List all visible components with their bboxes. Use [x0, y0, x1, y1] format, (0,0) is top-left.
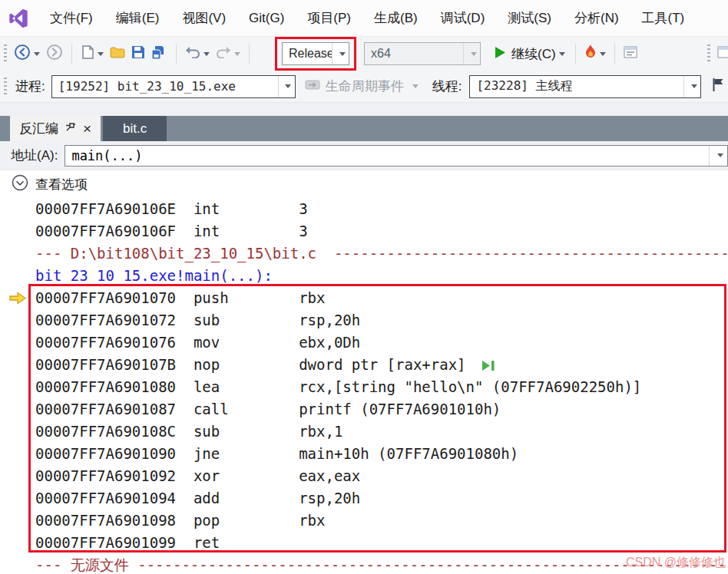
asm-text: --- D:\bit108\bit_23_10_15\bit.c -------… — [35, 245, 728, 262]
asm-line[interactable]: 00007FF7A6901070 push rbx — [0, 287, 728, 309]
flag-threads-button[interactable] — [709, 75, 727, 97]
asm-text: 00007FF7A6901072 sub rsp,20h — [35, 312, 360, 328]
address-dropdown-button[interactable] — [709, 146, 727, 166]
release-combo-annotation: Release — [275, 37, 356, 71]
asm-text: 00007FF7A6901076 mov ebx,0Dh — [35, 334, 360, 351]
tab-bit-c[interactable]: bit.c — [103, 116, 167, 141]
asm-line[interactable]: bit_23_10_15.exe!main(...): — [0, 265, 728, 287]
toolbar-grip[interactable] — [707, 45, 710, 63]
asm-text: 00007FF7A6901090 jne main+10h (07FF7A690… — [35, 445, 518, 462]
asm-line[interactable]: 00007FF7A690106F int 3 — [0, 220, 728, 242]
address-bar: 地址(A): main(...) — [0, 141, 728, 170]
redo-icon — [216, 46, 231, 61]
breakpoints-window-button[interactable] — [620, 44, 640, 64]
menu-bar: 文件(F) 编辑(E) 视图(V) Git(G) 项目(P) 生成(B) 调试(… — [0, 0, 728, 37]
asm-line[interactable]: 00007FF7A690106E int 3 — [0, 198, 728, 220]
menu-item-debug[interactable]: 调试(D) — [429, 5, 497, 31]
tab-bit-c-label: bit.c — [123, 121, 147, 137]
instruction-pointer-icon — [9, 292, 26, 305]
save-button[interactable] — [128, 43, 148, 64]
lifecycle-events-icon — [305, 78, 320, 95]
debug-location-toolbar: 进程: [19252] bit_23_10_15.exe 生命周期事件 线程: … — [0, 71, 728, 103]
menu-item-git[interactable]: Git(G) — [237, 7, 296, 30]
thread-dropdown-button[interactable] — [683, 76, 700, 97]
asm-text: 00007FF7A690106F int 3 — [35, 223, 308, 239]
lifecycle-events-label: 生命周期事件 — [326, 78, 404, 95]
chevron-down-circle-icon[interactable] — [12, 174, 28, 194]
asm-line[interactable]: 00007FF7A6901076 mov ebx,0Dh — [0, 332, 728, 354]
solution-configuration-combo[interactable]: Release — [282, 42, 349, 65]
menu-item-analyze[interactable]: 分析(N) — [563, 5, 630, 31]
asm-line[interactable]: 00007FF7A6901090 jne main+10h (07FF7A690… — [0, 443, 728, 465]
menu-item-build[interactable]: 生成(B) — [362, 5, 429, 31]
toolbar-grip[interactable] — [4, 78, 7, 96]
disassembly-view[interactable]: 00007FF7A690106E int 300007FF7A690106F i… — [0, 198, 728, 574]
asm-text: 00007FF7A6901080 lea rcx,[string "hello\… — [35, 378, 641, 395]
address-input[interactable]: main(...) — [65, 145, 728, 167]
asm-text: 00007FF7A6901092 xor eax,eax — [35, 467, 360, 484]
process-label: 进程: — [15, 78, 45, 95]
save-all-button[interactable] — [148, 43, 170, 65]
menu-item-file[interactable]: 文件(F) — [38, 5, 104, 31]
forward-icon — [46, 44, 63, 64]
open-folder-button[interactable] — [107, 44, 128, 64]
thread-combo[interactable]: [23228] 主线程 — [469, 75, 701, 98]
process-dropdown-button[interactable] — [278, 76, 295, 97]
new-file-button[interactable] — [78, 43, 107, 64]
process-value: [19252] bit_23_10_15.exe — [52, 79, 278, 94]
close-icon[interactable]: × — [83, 121, 91, 136]
address-value: main(...) — [71, 148, 142, 163]
hot-reload-button[interactable] — [581, 42, 609, 65]
asm-line[interactable]: 00007FF7A6901092 xor eax,eax — [0, 465, 728, 487]
asm-text: --- 无源文件 -------------------------------… — [35, 556, 728, 573]
configuration-dropdown-button[interactable] — [332, 43, 349, 64]
platform-dropdown-button[interactable] — [463, 43, 480, 64]
menu-item-view[interactable]: 视图(V) — [170, 5, 237, 31]
run-to-click-icon[interactable] — [481, 360, 497, 371]
asm-line[interactable]: 00007FF7A6901072 sub rsp,20h — [0, 309, 728, 332]
thread-label: 线程: — [432, 78, 462, 95]
undo-icon — [185, 46, 200, 61]
navigate-back-button[interactable] — [11, 41, 43, 66]
asm-text: bit_23_10_15.exe!main(...): — [35, 267, 273, 284]
menu-item-test[interactable]: 测试(S) — [496, 5, 563, 31]
navigate-forward-button[interactable] — [43, 41, 66, 66]
solution-platform-combo[interactable]: x64 — [364, 42, 481, 65]
visual-studio-logo-icon — [8, 8, 29, 29]
new-file-icon — [81, 45, 94, 62]
toolbar-separator — [575, 44, 576, 64]
asm-text: 00007FF7A6901070 push rbx — [35, 289, 326, 306]
play-icon — [495, 46, 506, 62]
toolbar-separator — [249, 44, 250, 64]
asm-line[interactable]: 00007FF7A690107B nop dword ptr [rax+rax] — [0, 354, 728, 376]
document-tab-strip: 反汇编 × bit.c — [0, 116, 728, 141]
disassembly-lines: 00007FF7A690106E int 300007FF7A690106F i… — [0, 198, 728, 574]
asm-line[interactable]: --- D:\bit108\bit_23_10_15\bit.c -------… — [0, 242, 728, 265]
redo-button[interactable] — [213, 44, 243, 64]
menu-item-tools[interactable]: 工具(T) — [630, 5, 697, 31]
continue-button[interactable]: 继续(C) — [490, 43, 570, 65]
window-list-icon — [624, 46, 637, 61]
address-label: 地址(A): — [11, 147, 58, 164]
toolbar-grip[interactable] — [4, 45, 7, 63]
asm-line[interactable]: 00007FF7A6901098 pop rbx — [0, 510, 728, 532]
menu-item-project[interactable]: 项目(P) — [296, 5, 362, 31]
tab-disassembly[interactable]: 反汇编 × — [10, 116, 101, 141]
asm-line[interactable]: 00007FF7A6901087 call printf (07FF7A6901… — [0, 398, 728, 421]
asm-text: 00007FF7A6901099 ret — [35, 534, 220, 551]
undo-button[interactable] — [182, 44, 213, 64]
asm-text: 00007FF7A6901087 call printf (07FF7A6901… — [35, 401, 501, 417]
pin-icon[interactable] — [65, 121, 76, 137]
clipped-toolbar-button[interactable] — [714, 43, 728, 64]
asm-line[interactable]: 00007FF7A6901080 lea rcx,[string "hello\… — [0, 376, 728, 398]
toolbar-separator — [614, 44, 615, 64]
asm-line[interactable]: --- 无源文件 -------------------------------… — [0, 554, 728, 574]
process-combo[interactable]: [19252] bit_23_10_15.exe — [51, 75, 296, 98]
asm-text: 00007FF7A690106E int 3 — [35, 200, 308, 217]
toolbar-separator — [71, 44, 72, 64]
asm-line[interactable]: 00007FF7A6901094 add rsp,20h — [0, 487, 728, 510]
menu-item-edit[interactable]: 编辑(E) — [104, 5, 171, 31]
asm-line[interactable]: 00007FF7A6901099 ret — [0, 532, 728, 554]
viewing-options-label[interactable]: 查看选项 — [35, 176, 88, 193]
asm-line[interactable]: 00007FF7A690108C sub rbx,1 — [0, 421, 728, 443]
